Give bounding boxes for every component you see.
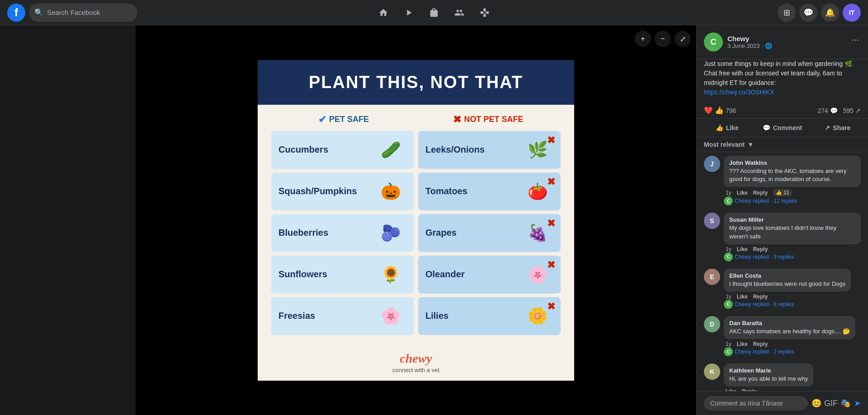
comment-button[interactable]: 💬 Comment — [755, 121, 809, 135]
comment-bubble: Ellen Costa I thought blueberries were n… — [724, 269, 851, 292]
poster-avatar[interactable]: C — [704, 33, 723, 51]
unsafe-plant-item: Tomatoes 🍅 ✖ — [418, 173, 561, 210]
reply-action[interactable]: Reply — [753, 246, 768, 252]
like-button[interactable]: 👍 Like — [700, 121, 754, 135]
comment-text: AKC says tomatoes are healthy for dogs..… — [729, 327, 850, 336]
comment-time: 1y — [726, 341, 731, 347]
comment-body: Dan Baratta AKC says tomatoes are health… — [724, 316, 861, 356]
gif-button[interactable]: GIF — [824, 399, 838, 408]
chewy-footer: chewy connect with a vet — [258, 344, 574, 381]
sort-chevron-icon[interactable]: ▼ — [747, 141, 754, 148]
reply-count[interactable]: C Chewy replied · 12 replies — [724, 196, 861, 205]
post-caption: Just some things to keep in mind when ga… — [697, 59, 868, 103]
plant-name: Leeks/Onions — [425, 145, 485, 155]
comment-author[interactable]: Susan Miller — [729, 216, 855, 223]
more-options-button[interactable]: ··· — [849, 33, 861, 47]
sticker-button[interactable]: 🎭 — [840, 398, 850, 408]
marketplace-nav-button[interactable] — [423, 2, 445, 23]
comment-text: ??? According to the AKC, tomatoes are v… — [729, 167, 855, 183]
comment-author[interactable]: Ellen Costa — [729, 272, 845, 279]
zoom-out-button[interactable]: − — [655, 31, 671, 47]
unsafe-plant-item: Lilies 🌼 ✖ — [418, 297, 561, 335]
post-link[interactable]: https://chwy.co/3OSHiKX — [704, 89, 774, 96]
nav-center — [152, 2, 716, 23]
plant-image: 🫐 — [375, 219, 406, 247]
comment-avatar: E — [704, 269, 720, 285]
comment-author[interactable]: John Watkins — [729, 159, 855, 166]
items-grid: Cucumbers 🥒 Squash/Pumpkins 🎃 Blueberrie… — [271, 131, 561, 335]
comment-avatar: J — [704, 156, 720, 172]
comment-time: 1y — [726, 294, 731, 300]
fullscreen-button[interactable]: ⤢ — [675, 31, 691, 47]
comment: K Kathleen Marie Hi, are you able to tel… — [704, 364, 861, 391]
reply-count[interactable]: C Chewy replied · 8 replies — [724, 300, 861, 309]
safe-plant-item: Cucumbers 🥒 — [271, 131, 414, 169]
comment-bubble: Dan Baratta AKC says tomatoes are health… — [724, 316, 855, 339]
apps-button[interactable]: ⊞ — [778, 4, 796, 22]
plant-image: 🌸 — [375, 303, 406, 330]
comment-actions: 1y Like Reply 👍 11 — [726, 189, 861, 196]
safe-column-header: ✔ PET SAFE — [271, 114, 416, 126]
facebook-logo[interactable]: f — [7, 4, 25, 22]
emoji-button[interactable]: 😊 — [811, 398, 821, 408]
zoom-in-button[interactable]: + — [635, 31, 651, 47]
send-comment-button[interactable]: ➤ — [854, 398, 861, 408]
like-action[interactable]: Like — [737, 294, 748, 300]
left-sidebar — [0, 25, 136, 415]
comment: J John Watkins ??? According to the AKC,… — [704, 156, 861, 205]
comment-author[interactable]: Kathleen Marie — [729, 367, 808, 374]
unsafe-plant-item: Oleander 🌸 ✖ — [418, 256, 561, 294]
danger-x-icon: ✖ — [547, 135, 555, 146]
reactions-left: ❤️ 👍 796 — [704, 106, 736, 115]
reply-count[interactable]: C Chewy replied · 2 replies — [724, 347, 861, 356]
plant-name: Squash/Pumpkins — [278, 186, 357, 196]
home-nav-button[interactable] — [373, 2, 394, 23]
reply-count[interactable]: C Chewy replied · 9 replies — [724, 252, 861, 261]
reactions-bar: ❤️ 👍 796 274 💬 595 ↗ — [697, 103, 868, 119]
friends-nav-button[interactable] — [448, 2, 470, 23]
danger-x-icon: ✖ — [547, 301, 555, 312]
share-button[interactable]: ↗ Share — [811, 121, 864, 135]
comment-author[interactable]: Dan Baratta — [729, 320, 850, 326]
comment-body: John Watkins ??? According to the AKC, t… — [724, 156, 861, 205]
safe-plant-item: Sunflowers 🌻 — [271, 256, 414, 294]
comment-text: I thought blueberries were not good for … — [729, 280, 845, 288]
chewy-reply-avatar: C — [724, 300, 733, 309]
search-icon: 🔍 — [34, 8, 43, 17]
poster-name[interactable]: Chewy — [727, 35, 772, 42]
comment-input-area: 😊 GIF 🎭 ➤ — [697, 391, 868, 415]
messenger-button[interactable]: 💬 — [799, 4, 817, 22]
danger-x-icon: ✖ — [547, 218, 555, 229]
poster-details: Chewy 3 June 2023 · 🌐 — [727, 35, 772, 49]
like-action[interactable]: Like — [737, 190, 748, 196]
search-bar-container[interactable]: 🔍 — [29, 4, 137, 22]
plant-name: Lilies — [425, 311, 448, 321]
right-panel: C Chewy 3 June 2023 · 🌐 ··· Just some th… — [696, 25, 868, 415]
reply-action[interactable]: Reply — [753, 190, 768, 196]
comment-body: Kathleen Marie Hi, are you able to tell … — [724, 364, 861, 391]
sort-bar: Most relevant ▼ — [697, 137, 868, 152]
search-input[interactable] — [47, 9, 132, 16]
watch-nav-button[interactable] — [398, 2, 420, 23]
like-reaction: 👍 — [715, 106, 724, 115]
poster-meta: 3 June 2023 · 🌐 — [727, 42, 772, 49]
notifications-button[interactable]: 🔔 — [821, 4, 839, 22]
safe-plant-item: Blueberries 🫐 — [271, 214, 414, 252]
reply-action[interactable]: Reply — [753, 294, 768, 300]
comment-input[interactable] — [704, 396, 808, 410]
like-action[interactable]: Like — [737, 341, 748, 347]
comment-tools: 😊 GIF 🎭 — [811, 398, 850, 408]
comment-bubble: Kathleen Marie Hi, are you able to tell … — [724, 364, 813, 387]
chewy-tagline: connect with a vet — [265, 367, 567, 373]
heart-reaction: ❤️ — [704, 106, 713, 115]
like-count: 👍 11 — [773, 189, 792, 196]
top-navigation: f 🔍 ⊞ 💬 🔔 IT — [0, 0, 868, 25]
comment-bubble: Susan Miller My dogs love tomatoes I did… — [724, 213, 861, 244]
reply-action[interactable]: Reply — [753, 341, 768, 347]
user-avatar[interactable]: IT — [843, 4, 861, 22]
like-action[interactable]: Like — [737, 246, 748, 252]
gaming-nav-button[interactable] — [474, 2, 495, 23]
unsafe-items-column: Leeks/Onions 🌿 ✖ Tomatoes 🍅 ✖ Grapes 🍇 ✖… — [418, 131, 561, 335]
comment: D Dan Baratta AKC says tomatoes are heal… — [704, 316, 861, 356]
infographic-body: ✔ PET SAFE ✖ NOT PET SAFE Cucumbers 🥒 Sq — [258, 105, 574, 344]
